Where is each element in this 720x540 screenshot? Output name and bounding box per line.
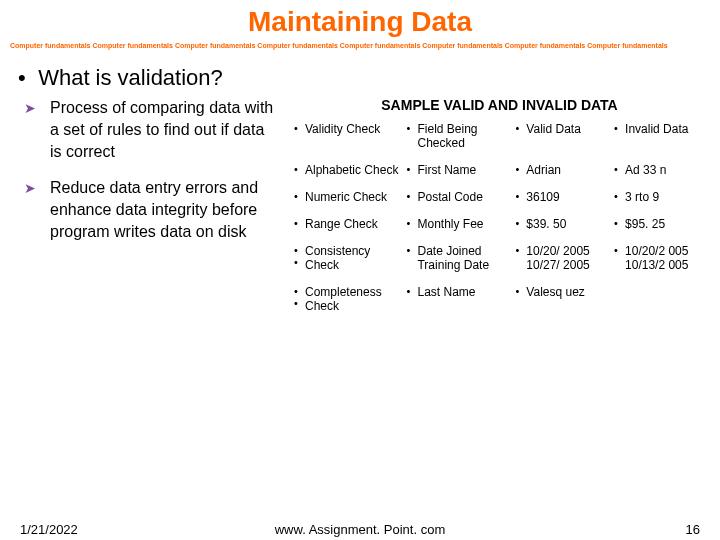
left-column: ➤ Process of comparing data with a set o… xyxy=(30,97,285,323)
cell: 3 rto 9 xyxy=(623,187,710,214)
bullet-icon: • xyxy=(289,119,303,160)
right-column: SAMPLE VALID AND INVALID DATA • Validity… xyxy=(285,97,710,323)
table-row: • • Consistency Check • Date Joined Trai… xyxy=(289,241,710,282)
footer-url: www. Assignment. Point. com xyxy=(0,522,720,537)
cell: Numeric Check xyxy=(303,187,401,214)
bullet-icon xyxy=(609,282,623,323)
cell: Adrian xyxy=(524,160,609,187)
bullet-icon: • xyxy=(401,282,415,323)
cell: Completeness Check xyxy=(303,282,401,323)
cell: Date Joined Training Date xyxy=(415,241,510,282)
bullet-icon: • xyxy=(510,160,524,187)
table-row: • Validity Check • Field Being Checked •… xyxy=(289,119,710,160)
cell: First Name xyxy=(415,160,510,187)
list-item: ➤ Process of comparing data with a set o… xyxy=(30,97,275,163)
slide-title: Maintaining Data xyxy=(0,0,720,40)
cell: Postal Code xyxy=(415,187,510,214)
subtitle-repeat: Computer fundamentals Computer fundament… xyxy=(0,40,720,55)
bullet-icon: • xyxy=(609,187,623,214)
bullet-text: Process of comparing data with a set of … xyxy=(50,97,275,163)
bullet-icon: • xyxy=(609,160,623,187)
cell: Invalid Data xyxy=(623,119,710,160)
bullet-icon: • xyxy=(510,187,524,214)
bullet-icon: • xyxy=(510,241,524,282)
bullet-icon: • xyxy=(510,214,524,241)
cell: $95. 25 xyxy=(623,214,710,241)
table-row: • Alphabetic Check • First Name • Adrian… xyxy=(289,160,710,187)
cell: Consistency Check xyxy=(303,241,401,282)
bullet-icon: • xyxy=(401,187,415,214)
bullet-icon: • xyxy=(401,214,415,241)
cell: Valesq uez xyxy=(524,282,609,323)
bullet-icon: • xyxy=(609,241,623,282)
cell: Ad 33 n xyxy=(623,160,710,187)
bullet-icon: • • xyxy=(289,282,303,323)
cell: $39. 50 xyxy=(524,214,609,241)
data-table: • Validity Check • Field Being Checked •… xyxy=(289,119,710,323)
cell: Range Check xyxy=(303,214,401,241)
cell: 36109 xyxy=(524,187,609,214)
heading-text: What is validation? xyxy=(38,65,223,90)
footer-page-number: 16 xyxy=(686,522,700,537)
cell: Last Name xyxy=(415,282,510,323)
table-row: • Range Check • Monthly Fee • $39. 50 • … xyxy=(289,214,710,241)
bullet-icon: • xyxy=(609,119,623,160)
arrow-icon: ➤ xyxy=(24,97,36,163)
bullet-icon: • xyxy=(401,241,415,282)
bullet-icon: • xyxy=(289,187,303,214)
heading-bullet: • xyxy=(18,65,26,90)
bullet-icon: • • xyxy=(289,241,303,282)
cell: 10/20/ 2005 10/27/ 2005 xyxy=(524,241,609,282)
cell: Alphabetic Check xyxy=(303,160,401,187)
content-area: ➤ Process of comparing data with a set o… xyxy=(0,97,720,323)
cell: Monthly Fee xyxy=(415,214,510,241)
sample-title: SAMPLE VALID AND INVALID DATA xyxy=(289,97,710,113)
table-row: • • Completeness Check • Last Name • Val… xyxy=(289,282,710,323)
arrow-icon: ➤ xyxy=(24,177,36,243)
bullet-icon: • xyxy=(289,214,303,241)
cell: Valid Data xyxy=(524,119,609,160)
bullet-text: Reduce data entry errors and enhance dat… xyxy=(50,177,275,243)
bullet-icon: • xyxy=(609,214,623,241)
cell: 10/20/2 005 10/13/2 005 xyxy=(623,241,710,282)
table-row: • Numeric Check • Postal Code • 36109 • … xyxy=(289,187,710,214)
bullet-icon: • xyxy=(510,119,524,160)
bullet-icon: • xyxy=(401,160,415,187)
bullet-icon: • xyxy=(401,119,415,160)
cell xyxy=(623,282,710,323)
bullet-icon: • xyxy=(289,160,303,187)
cell: Validity Check xyxy=(303,119,401,160)
list-item: ➤ Reduce data entry errors and enhance d… xyxy=(30,177,275,243)
bullet-icon: • xyxy=(510,282,524,323)
cell: Field Being Checked xyxy=(415,119,510,160)
heading-row: • What is validation? xyxy=(0,55,720,97)
